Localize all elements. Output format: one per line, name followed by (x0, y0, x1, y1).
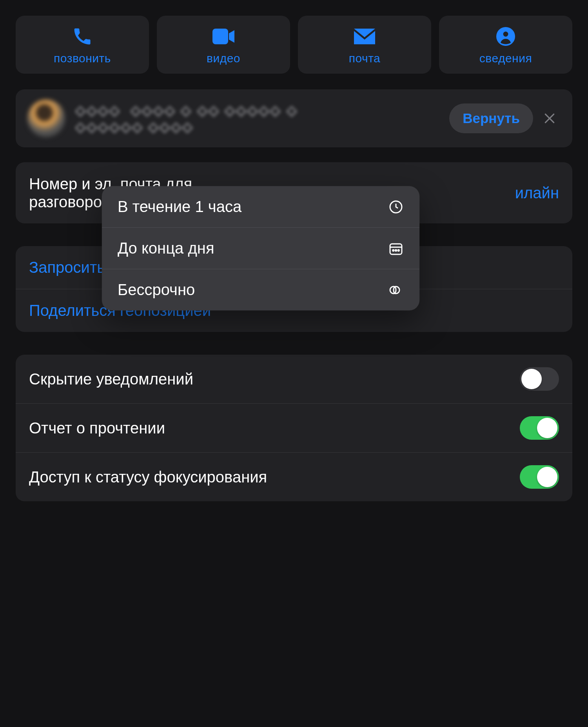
hide-alerts-row: Скрытие уведомлений (16, 355, 572, 403)
hide-alerts-toggle[interactable] (520, 367, 559, 391)
video-icon (212, 27, 234, 46)
duration-indefinite-label: Бессрочно (118, 281, 195, 299)
suggestion-text: ◇◇◇◇ ◇◇◇◇ ◇ ◇◇ ◇◇◇◇◇ ◇ ◇◇◇◇◇◇ ◇◇◇◇ (75, 102, 439, 135)
svg-point-7 (398, 250, 399, 251)
video-label: видео (207, 52, 240, 65)
svg-rect-0 (212, 29, 228, 44)
contact-actions-row: позвонить видео почта сведения (16, 16, 572, 74)
infinity-icon (386, 285, 404, 296)
share-duration-menu: В течение 1 часа До конца дня Бессрочно (102, 186, 419, 310)
clock-icon (388, 199, 404, 215)
duration-option-1hour[interactable]: В течение 1 часа (102, 186, 419, 227)
svg-point-2 (503, 32, 508, 37)
focus-status-row: Доступ к статусу фокусирования (16, 452, 572, 501)
focus-status-label: Доступ к статусу фокусирования (29, 468, 267, 486)
duration-1hour-label: В течение 1 часа (118, 198, 241, 216)
mail-button[interactable]: почта (298, 16, 431, 74)
svg-point-6 (395, 250, 396, 251)
mail-label: почта (349, 52, 381, 65)
contact-suggestion-card: ◇◇◇◇ ◇◇◇◇ ◇ ◇◇ ◇◇◇◇◇ ◇ ◇◇◇◇◇◇ ◇◇◇◇ Верну… (16, 89, 572, 147)
restore-button[interactable]: Вернуть (449, 103, 533, 133)
phone-icon (73, 27, 92, 46)
read-receipts-label: Отчет о прочтении (29, 419, 165, 437)
duration-endofday-label: До конца дня (118, 239, 214, 257)
info-button[interactable]: сведения (439, 16, 572, 74)
hide-alerts-label: Скрытие уведомлений (29, 370, 193, 388)
conversation-numbers-value: илайн (515, 184, 559, 202)
svg-point-5 (393, 250, 394, 251)
focus-status-toggle[interactable] (520, 465, 559, 489)
calendar-icon (388, 241, 404, 256)
mail-icon (354, 27, 375, 46)
info-label: сведения (479, 52, 532, 65)
call-button[interactable]: позвонить (16, 16, 149, 74)
person-circle-icon (496, 27, 515, 46)
toggles-group: Скрытие уведомлений Отчет о прочтении До… (16, 355, 572, 501)
duration-option-indefinite[interactable]: Бессрочно (102, 269, 419, 310)
svg-rect-4 (390, 244, 402, 254)
video-button[interactable]: видео (157, 16, 290, 74)
call-label: позвонить (54, 52, 111, 65)
read-receipts-row: Отчет о прочтении (16, 403, 572, 452)
read-receipts-toggle[interactable] (520, 416, 559, 440)
avatar (27, 100, 65, 137)
duration-option-endofday[interactable]: До конца дня (102, 227, 419, 269)
close-icon[interactable] (543, 112, 561, 125)
